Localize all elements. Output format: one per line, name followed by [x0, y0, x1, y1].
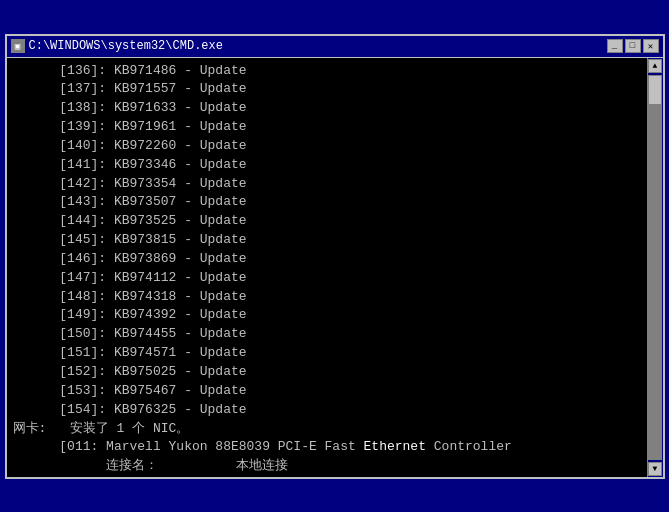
conn-name-line: 连接名： 本地连接	[13, 457, 641, 476]
terminal-line: [148]: KB974318 - Update	[13, 288, 641, 307]
terminal-line: [145]: KB973815 - Update	[13, 231, 641, 250]
terminal-line: [139]: KB971961 - Update	[13, 118, 641, 137]
terminal-output: [136]: KB971486 - Update [137]: KB971557…	[7, 58, 647, 477]
terminal-line: [146]: KB973869 - Update	[13, 250, 641, 269]
scroll-up-button[interactable]: ▲	[648, 59, 662, 73]
terminal-line: [140]: KB972260 - Update	[13, 137, 641, 156]
terminal-line: [138]: KB971633 - Update	[13, 99, 641, 118]
terminal-line: [147]: KB974112 - Update	[13, 269, 641, 288]
cmd-window: ▣ C:\WINDOWS\system32\CMD.exe _ □ ✕ [136…	[5, 34, 665, 479]
maximize-button[interactable]: □	[625, 39, 641, 53]
nic-label: 网卡:	[13, 421, 47, 436]
scrollbar-thumb[interactable]	[648, 75, 662, 105]
terminal-line: [152]: KB975025 - Update	[13, 363, 641, 382]
close-button[interactable]: ✕	[643, 39, 659, 53]
terminal-line: [154]: KB976325 - Update	[13, 401, 641, 420]
title-bar-left: ▣ C:\WINDOWS\system32\CMD.exe	[11, 39, 223, 53]
window-controls: _ □ ✕	[607, 39, 659, 53]
nic-device-line: [011: Marvell Yukon 88E8039 PCI-E Fast E…	[13, 438, 641, 457]
scroll-down-button[interactable]: ▼	[648, 462, 662, 476]
terminal-line: [137]: KB971557 - Update	[13, 80, 641, 99]
scrollbar-track[interactable]	[648, 75, 662, 460]
title-bar: ▣ C:\WINDOWS\system32\CMD.exe _ □ ✕	[7, 36, 663, 58]
minimize-button[interactable]: _	[607, 39, 623, 53]
cmd-icon: ▣	[11, 39, 25, 53]
nic-header-line: 网卡: 安装了 1 个 NIC。	[13, 420, 641, 439]
terminal-line: [144]: KB973525 - Update	[13, 212, 641, 231]
terminal-line: [149]: KB974392 - Update	[13, 306, 641, 325]
terminal-line: [151]: KB974571 - Update	[13, 344, 641, 363]
content-area: [136]: KB971486 - Update [137]: KB971557…	[7, 58, 663, 477]
ethernet-label: Ethernet	[364, 439, 426, 454]
terminal-line: [142]: KB973354 - Update	[13, 175, 641, 194]
terminal-line: [141]: KB973346 - Update	[13, 156, 641, 175]
terminal-line: [136]: KB971486 - Update	[13, 62, 641, 81]
window-title: C:\WINDOWS\system32\CMD.exe	[29, 39, 223, 53]
scrollbar[interactable]: ▲ ▼	[647, 58, 663, 477]
terminal-line: [150]: KB974455 - Update	[13, 325, 641, 344]
terminal-line: [153]: KB975467 - Update	[13, 382, 641, 401]
terminal-line: [143]: KB973507 - Update	[13, 193, 641, 212]
